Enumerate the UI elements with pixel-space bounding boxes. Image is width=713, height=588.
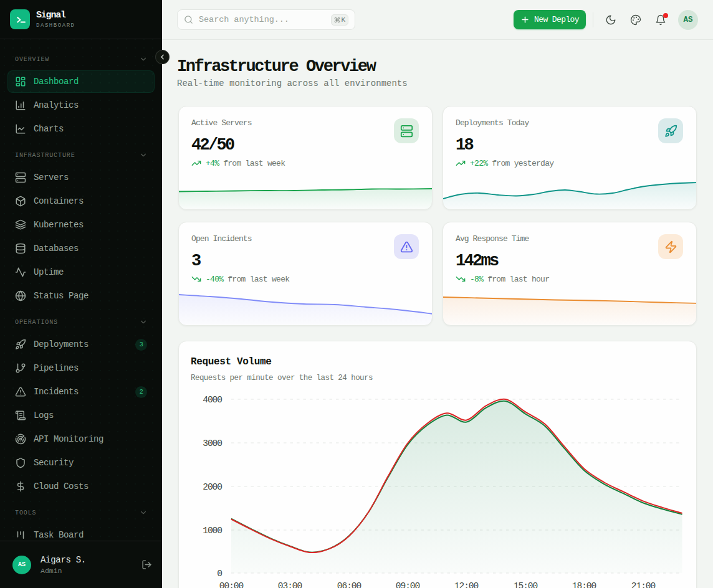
svg-text:00:00: 00:00 [219,581,244,588]
svg-text:3000: 3000 [203,439,222,448]
svg-text:4000: 4000 [203,395,222,405]
svg-text:0: 0 [217,569,222,579]
svg-text:21:00: 21:00 [631,581,656,588]
svg-text:06:00: 06:00 [337,581,361,588]
svg-text:2000: 2000 [203,482,222,492]
svg-text:12:00: 12:00 [454,581,479,588]
svg-text:1000: 1000 [203,526,222,536]
svg-text:03:00: 03:00 [278,581,302,588]
svg-text:15:00: 15:00 [514,581,538,588]
svg-text:09:00: 09:00 [396,581,420,588]
svg-text:18:00: 18:00 [572,581,596,588]
